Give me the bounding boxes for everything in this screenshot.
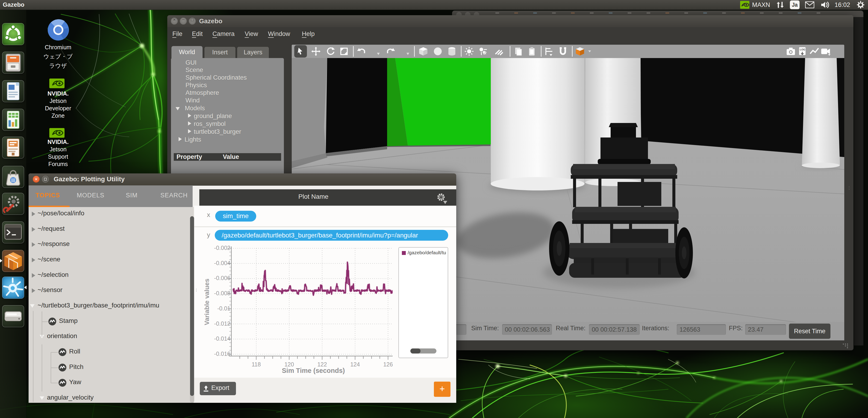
svg-text:LOG: LOG <box>800 48 805 51</box>
